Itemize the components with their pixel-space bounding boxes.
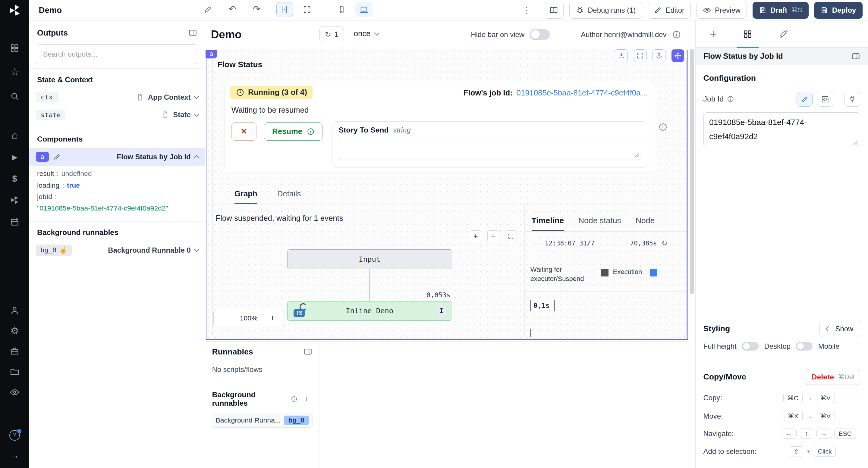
desktop-view-icon[interactable] bbox=[355, 2, 373, 17]
docs-book-button[interactable] bbox=[544, 2, 564, 19]
tab-node[interactable]: Node bbox=[636, 216, 655, 231]
undo-icon[interactable]: ↶ bbox=[229, 4, 236, 14]
static-value-button[interactable] bbox=[797, 92, 812, 107]
desktop-toggle[interactable] bbox=[796, 342, 812, 350]
graph-node-input[interactable]: Input bbox=[287, 249, 452, 269]
flow-graph[interactable]: Flow suspended, waiting for 1 events + −… bbox=[213, 204, 525, 337]
components-title: Components bbox=[29, 128, 205, 148]
info-icon[interactable] bbox=[727, 96, 734, 103]
tab-node-status[interactable]: Node status bbox=[578, 216, 621, 231]
calendar-icon[interactable] bbox=[0, 215, 29, 228]
insert-component-tab[interactable] bbox=[706, 28, 721, 41]
component-outline-toggle[interactable] bbox=[276, 2, 293, 17]
deploy-button[interactable]: Deploy bbox=[814, 2, 863, 19]
background-runnable-row[interactable]: bg_0 ☝ Background Runnable 0 bbox=[29, 241, 205, 259]
graph-connector bbox=[369, 269, 370, 301]
state-row[interactable]: state State bbox=[29, 106, 205, 124]
info-icon[interactable] bbox=[658, 123, 667, 131]
user-icon[interactable] bbox=[0, 304, 29, 316]
bg-runnable-row[interactable]: Background Runna... bg_0 bbox=[212, 413, 312, 428]
zoom-value: 100% bbox=[236, 314, 261, 322]
apps-icon[interactable] bbox=[0, 42, 29, 54]
rename-pencil-icon[interactable] bbox=[204, 5, 212, 14]
outputs-search-input[interactable] bbox=[36, 44, 198, 64]
tab-graph[interactable]: Graph bbox=[235, 187, 257, 204]
gear-icon[interactable]: ⚙ bbox=[0, 325, 29, 337]
folder-icon[interactable] bbox=[0, 366, 29, 378]
info-icon[interactable] bbox=[672, 30, 681, 39]
job-id-label: Job Id bbox=[704, 95, 724, 103]
pencil-icon bbox=[801, 96, 809, 103]
star-icon[interactable]: ☆ bbox=[0, 66, 29, 78]
timeline-bar-2 bbox=[530, 329, 531, 337]
canvas-grid[interactable]: a Flow Status bbox=[205, 49, 688, 341]
app-rail: ☆ ⌂ ▶ $ ⚙ ? → bbox=[0, 0, 29, 468]
home-icon[interactable]: ⌂ bbox=[0, 129, 29, 141]
arrow-separator: → bbox=[806, 394, 812, 402]
windmill-logo[interactable] bbox=[0, 4, 29, 16]
tab-details[interactable]: Details bbox=[277, 187, 301, 204]
hide-bar-toggle[interactable] bbox=[530, 29, 550, 40]
dollar-icon[interactable]: $ bbox=[0, 173, 29, 185]
connect-button[interactable] bbox=[844, 92, 860, 107]
resume-button[interactable]: Resume bbox=[264, 122, 322, 141]
result-value: undefined bbox=[61, 170, 92, 177]
panel-toggle-icon[interactable] bbox=[188, 28, 197, 37]
preview-button[interactable]: Preview bbox=[696, 2, 747, 19]
zoom-in-button[interactable]: + bbox=[261, 309, 283, 327]
node-duration: 0,053s bbox=[427, 291, 451, 299]
chevron-down-icon[interactable] bbox=[194, 94, 199, 99]
scrollbar-thumb[interactable] bbox=[690, 49, 694, 294]
mobile-view-icon[interactable] bbox=[333, 2, 350, 17]
delete-button[interactable]: Delete ⌘Del bbox=[806, 369, 860, 385]
expression-button[interactable] bbox=[817, 92, 833, 107]
draft-button[interactable]: Draft ⌘S bbox=[752, 2, 809, 19]
debug-runs-button[interactable]: Debug runs (1) bbox=[569, 2, 642, 19]
copy-move-section: Copy/Move Delete ⌘Del bbox=[695, 369, 868, 385]
redo-icon[interactable]: ↷ bbox=[253, 4, 260, 14]
fullscreen-icon[interactable] bbox=[299, 2, 315, 17]
panel-toggle-icon[interactable] bbox=[851, 52, 860, 61]
eye-icon[interactable] bbox=[0, 386, 29, 398]
resize-grip-icon[interactable] bbox=[852, 140, 859, 146]
selected-component-frame[interactable]: a Flow Status bbox=[206, 50, 688, 339]
ts-badge: TS bbox=[293, 309, 305, 317]
kebab-menu-icon[interactable]: ⋮ bbox=[522, 5, 530, 15]
briefcase-icon[interactable] bbox=[0, 345, 29, 357]
zoom-out-button[interactable]: − bbox=[214, 309, 236, 327]
timeline-refresh-icon[interactable]: ↻ bbox=[661, 239, 667, 247]
graph-zoom-out-button[interactable]: − bbox=[487, 230, 499, 242]
bg0-label: Background Runnable 0 bbox=[108, 246, 190, 255]
help-icon[interactable]: ? bbox=[0, 429, 29, 441]
component-settings-tab[interactable] bbox=[740, 28, 755, 41]
theme-tab[interactable] bbox=[775, 28, 790, 41]
story-textarea[interactable] bbox=[339, 138, 642, 160]
search-icon[interactable] bbox=[0, 90, 29, 102]
show-styling-button[interactable]: Show bbox=[819, 321, 860, 337]
cancel-flow-button[interactable]: ✕ bbox=[231, 122, 256, 141]
resize-grip-icon[interactable] bbox=[634, 153, 640, 158]
ctx-row[interactable]: ctx App Context bbox=[29, 88, 205, 106]
chevron-down-icon[interactable] bbox=[194, 111, 199, 117]
full-height-toggle[interactable] bbox=[742, 342, 758, 350]
graph-node-inline-deno[interactable]: TS Inline Deno I bbox=[287, 301, 452, 321]
pencil-icon[interactable] bbox=[53, 153, 61, 161]
tab-timeline[interactable]: Timeline bbox=[532, 216, 564, 231]
hub-icon[interactable] bbox=[0, 194, 29, 206]
chevron-up-icon[interactable] bbox=[194, 155, 199, 161]
graph-fullscreen-button[interactable] bbox=[505, 230, 517, 242]
panel-toggle-icon[interactable] bbox=[304, 347, 312, 356]
info-icon[interactable] bbox=[291, 395, 298, 403]
chevron-down-icon[interactable] bbox=[194, 247, 199, 252]
editor-button[interactable]: Editor bbox=[648, 2, 691, 19]
graph-zoom-in-button[interactable]: + bbox=[470, 230, 482, 242]
job-id-input[interactable]: 0191085e-5baa-81ef-4774-c9ef4f0a92d2 bbox=[704, 112, 861, 147]
component-row-a[interactable]: a Flow Status by Job Id bbox=[29, 148, 205, 166]
add-runnable-button[interactable]: + bbox=[301, 393, 313, 405]
play-icon[interactable]: ▶ bbox=[0, 151, 29, 163]
flow-jobid-link[interactable]: 0191085e-5baa-81ef-4774-c9ef4f0a… bbox=[517, 89, 648, 97]
runnables-title: Runnables bbox=[212, 347, 253, 357]
collapse-arrow-icon[interactable]: → bbox=[0, 449, 29, 461]
schedule-dropdown[interactable]: once bbox=[354, 29, 379, 38]
refresh-button[interactable]: ↻ 1 bbox=[319, 27, 344, 42]
